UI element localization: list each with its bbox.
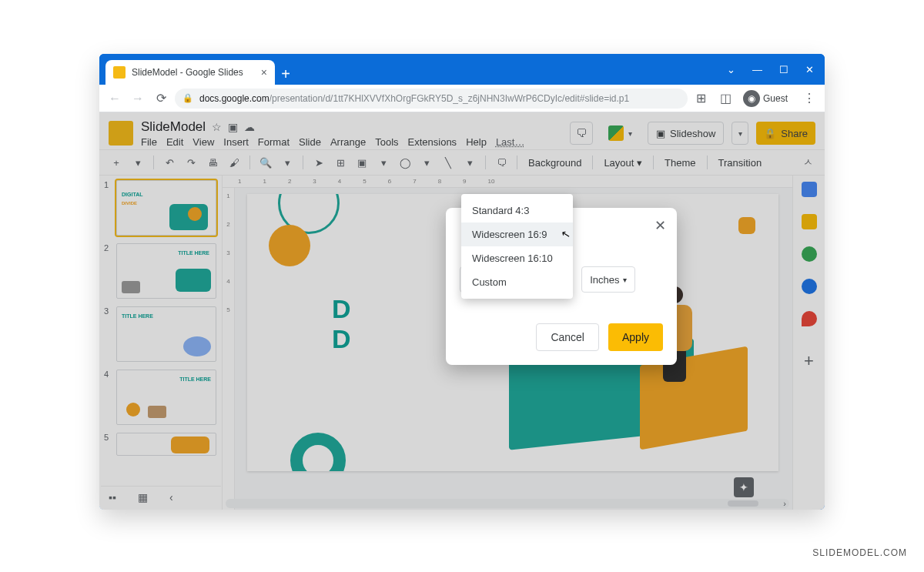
calendar-icon[interactable] bbox=[802, 182, 817, 197]
filmstrip-footer: ▪▪ ▦ ‹ bbox=[101, 486, 221, 508]
browser-tab[interactable]: SlideModel - Google Slides × bbox=[105, 60, 275, 85]
last-edit-link[interactable]: Last… bbox=[496, 136, 525, 148]
image-dropdown[interactable]: ▾ bbox=[374, 153, 393, 172]
menu-arrange[interactable]: Arrange bbox=[330, 136, 366, 148]
chevron-down-icon[interactable]: ⌄ bbox=[727, 64, 735, 75]
address-bar: ← → ⟳ 🔒 docs.google.com/presentation/d/1… bbox=[99, 85, 825, 112]
toolbar: + ▾ ↶ ↷ 🖶 🖌 🔍 ▾ ➤ ⊞ ▣ ▾ ◯ ▾ ╲ ▾ 🗨 Backgr… bbox=[99, 149, 825, 176]
slide-title: DD bbox=[332, 294, 353, 354]
maps-icon[interactable] bbox=[802, 311, 817, 326]
translate-icon[interactable]: ⊞ bbox=[692, 89, 711, 108]
filmstrip-view-icon[interactable]: ▪▪ bbox=[109, 491, 116, 503]
url-text: docs.google.com/presentation/d/1tt7KHlXV… bbox=[199, 93, 629, 104]
slide-thumbnail-2[interactable]: TITLE HERE bbox=[116, 243, 216, 299]
redo-icon[interactable]: ↷ bbox=[182, 153, 200, 172]
menu-extensions[interactable]: Extensions bbox=[408, 136, 457, 148]
layout-button[interactable]: Layout ▾ bbox=[599, 157, 647, 169]
option-custom[interactable]: Custom bbox=[461, 270, 573, 294]
watermark: SLIDEMODEL.COM bbox=[812, 547, 907, 558]
slide-thumbnail-5[interactable] bbox=[116, 433, 216, 456]
zoom-dropdown[interactable]: ▾ bbox=[278, 153, 296, 172]
theme-button[interactable]: Theme bbox=[660, 157, 700, 169]
cloud-icon[interactable]: ☁ bbox=[244, 121, 255, 133]
menu-slide[interactable]: Slide bbox=[299, 136, 321, 148]
meet-button[interactable]: ▾ bbox=[601, 122, 640, 145]
menu-insert[interactable]: Insert bbox=[223, 136, 249, 148]
slide-thumbnail-4[interactable]: TITLE HERE bbox=[116, 370, 216, 425]
slideshow-button[interactable]: ▣Slideshow bbox=[648, 122, 724, 145]
comment-tool-icon[interactable]: 🗨 bbox=[492, 153, 511, 172]
dialog-close-icon[interactable]: ✕ bbox=[654, 217, 666, 234]
move-icon[interactable]: ▣ bbox=[228, 121, 238, 133]
background-button[interactable]: Background bbox=[524, 157, 586, 169]
present-icon: ▣ bbox=[656, 128, 665, 139]
menu-help[interactable]: Help bbox=[466, 136, 487, 148]
avatar-icon: ◉ bbox=[743, 90, 760, 107]
contacts-icon[interactable] bbox=[802, 279, 817, 294]
aspect-ratio-dropdown: Standard 4:3 Widescreen 16:9 Widescreen … bbox=[461, 194, 573, 299]
slide-thumbnail-1[interactable]: DIGITALDIVIDE bbox=[116, 180, 216, 236]
slide-thumbnail-3[interactable]: TITLE HERE bbox=[116, 306, 216, 362]
transition-button[interactable]: Transition bbox=[714, 157, 767, 169]
shape-dropdown[interactable]: ▾ bbox=[417, 153, 436, 172]
keep-icon[interactable] bbox=[802, 214, 817, 229]
paint-format-icon[interactable]: 🖌 bbox=[225, 153, 243, 172]
side-panel: + bbox=[792, 176, 825, 510]
reload-icon[interactable]: ⟳ bbox=[152, 89, 170, 108]
maximize-icon[interactable]: ☐ bbox=[779, 64, 788, 75]
collapse-toolbar-icon[interactable]: ㅅ bbox=[798, 153, 817, 172]
star-icon[interactable]: ☆ bbox=[212, 121, 222, 133]
menu-view[interactable]: View bbox=[192, 136, 214, 148]
share-button[interactable]: 🔒Share bbox=[756, 122, 815, 145]
ruler-vertical: 12345 bbox=[223, 188, 235, 510]
tab-close-icon[interactable]: × bbox=[261, 66, 267, 79]
menu-tools[interactable]: Tools bbox=[375, 136, 398, 148]
tasks-icon[interactable] bbox=[802, 246, 817, 262]
menu-format[interactable]: Format bbox=[258, 136, 290, 148]
forward-icon[interactable]: → bbox=[129, 89, 147, 108]
apply-button[interactable]: Apply bbox=[608, 323, 663, 351]
menu-file[interactable]: File bbox=[141, 136, 157, 148]
decor-square bbox=[738, 217, 755, 234]
decor-ring bbox=[290, 433, 346, 471]
document-name[interactable]: SlideModel bbox=[141, 119, 206, 135]
option-widescreen-16-10[interactable]: Widescreen 16:10 bbox=[461, 246, 573, 270]
close-window-icon[interactable]: ✕ bbox=[805, 64, 814, 75]
slides-logo-icon bbox=[109, 121, 133, 146]
slides-favicon-icon bbox=[113, 66, 126, 79]
explore-button[interactable]: ✦ bbox=[734, 477, 754, 497]
browser-menu-icon[interactable]: ⋮ bbox=[800, 91, 819, 105]
image-icon[interactable]: ▣ bbox=[353, 153, 371, 172]
new-slide-button[interactable]: + bbox=[107, 153, 126, 172]
cancel-button[interactable]: Cancel bbox=[536, 323, 599, 351]
line-icon[interactable]: ╲ bbox=[439, 153, 457, 172]
comments-icon[interactable]: 🗨 bbox=[570, 122, 593, 145]
new-tab-button[interactable]: + bbox=[275, 63, 296, 85]
zoom-icon[interactable]: 🔍 bbox=[256, 153, 275, 172]
addons-plus-icon[interactable]: + bbox=[804, 351, 814, 371]
option-standard-4-3[interactable]: Standard 4:3 bbox=[461, 199, 573, 222]
menu-edit[interactable]: Edit bbox=[166, 136, 183, 148]
print-icon[interactable]: 🖶 bbox=[203, 153, 222, 172]
unit-dropdown[interactable]: Inches▾ bbox=[581, 266, 634, 293]
browser-window: SlideModel - Google Slides × + ⌄ — ☐ ✕ ←… bbox=[99, 54, 825, 510]
filmstrip[interactable]: 1DIGITALDIVIDE 2TITLE HERE 3TITLE HERE 4… bbox=[99, 176, 223, 510]
collapse-filmstrip-icon[interactable]: ‹ bbox=[169, 491, 173, 503]
back-icon[interactable]: ← bbox=[105, 89, 124, 108]
slideshow-dropdown[interactable]: ▾ bbox=[732, 122, 748, 145]
option-widescreen-16-9[interactable]: Widescreen 16:9 bbox=[461, 222, 573, 246]
textbox-icon[interactable]: ⊞ bbox=[331, 153, 350, 172]
line-dropdown[interactable]: ▾ bbox=[460, 153, 479, 172]
select-icon[interactable]: ➤ bbox=[310, 153, 328, 172]
new-slide-dropdown[interactable]: ▾ bbox=[129, 153, 147, 172]
ruler-horizontal: 112345678910 bbox=[223, 176, 792, 188]
grid-view-icon[interactable]: ▦ bbox=[138, 491, 148, 503]
profile-chip[interactable]: ◉ Guest bbox=[742, 89, 794, 109]
extension-icon[interactable]: ◫ bbox=[717, 89, 735, 108]
shape-icon[interactable]: ◯ bbox=[396, 153, 414, 172]
window-controls: ⌄ — ☐ ✕ bbox=[727, 54, 825, 85]
undo-icon[interactable]: ↶ bbox=[160, 153, 179, 172]
horizontal-scrollbar[interactable]: › bbox=[226, 499, 789, 508]
minimize-icon[interactable]: — bbox=[752, 64, 762, 75]
url-field[interactable]: 🔒 docs.google.com/presentation/d/1tt7KHl… bbox=[175, 89, 688, 109]
